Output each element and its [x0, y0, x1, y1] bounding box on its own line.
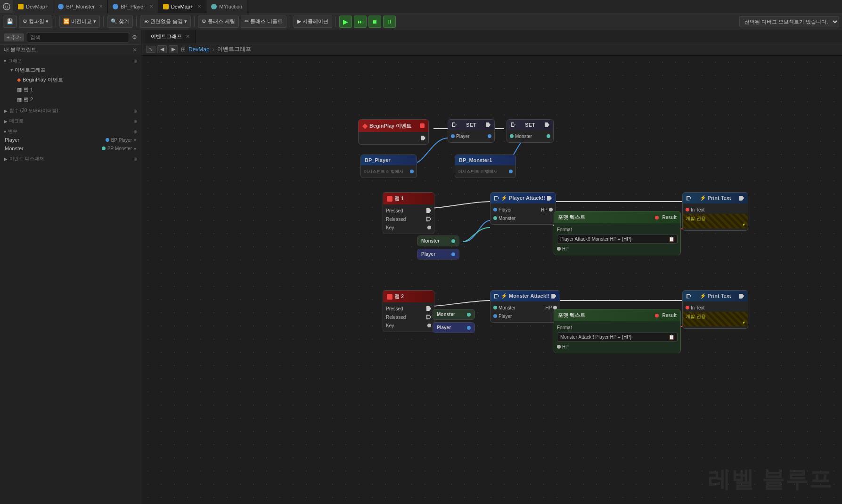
node-print-text-1[interactable]: ⚡ Print Text In Text 개발 전용 ▾ — [682, 192, 748, 231]
stop-icon: ⏹ — [372, 19, 377, 24]
compile-button[interactable]: ⚙ 컴파일 ▾ — [19, 16, 52, 28]
settings-gear-icon[interactable]: ⚙ — [132, 34, 137, 41]
close-panel-icon[interactable]: ✕ — [132, 47, 137, 53]
tab-bp-player[interactable]: BP_Player ✕ — [108, 0, 158, 13]
breadcrumb-separator: › — [213, 46, 214, 53]
node-input-1[interactable]: 맵 1 Pressed Released Key — [383, 192, 434, 234]
step-button[interactable]: ⏭ — [354, 16, 367, 28]
bp-tab-event-graph[interactable]: 이벤트그래프 ✕ — [145, 30, 196, 43]
sidebar-item-begin-play[interactable]: ◆ BeginPlay 이벤트 — [0, 75, 141, 85]
pa-hp-out — [549, 208, 553, 211]
svg-text:U: U — [5, 5, 8, 9]
variable-monster-type: BP Monster — [107, 146, 132, 151]
pressed-2-exec — [426, 306, 431, 311]
simulate-button[interactable]: ▶ 시뮬레이션 — [294, 16, 332, 28]
node-monster-var-2[interactable]: Monster — [433, 309, 475, 320]
search-input[interactable] — [27, 32, 129, 42]
toolbar-right: 선택된 디버그 오브젝트가 없습니다. — [739, 16, 839, 27]
pin-format1-hp: HP — [557, 246, 569, 252]
exec-pin-shape — [421, 136, 425, 140]
close-tab-bp-monster[interactable]: ✕ — [99, 4, 103, 9]
find-button[interactable]: 🔍 찾기 — [107, 16, 133, 28]
node-bp-player-title: BP_Player — [365, 157, 390, 163]
breadcrumb-map[interactable]: DevMap — [188, 46, 210, 53]
node-set-player[interactable]: SET Player — [448, 119, 495, 143]
format2-copy-icon[interactable]: 📋 — [669, 334, 674, 340]
sidebar-item-map1[interactable]: ▦ 맵 1 — [0, 85, 141, 95]
node-set-monster[interactable]: SET Monster — [507, 119, 554, 143]
hide-unrelated-button[interactable]: 👁 관련없음 숨김 ▾ — [140, 16, 191, 28]
chevron-down-icon: ▾ — [46, 18, 49, 24]
dev-only-2-label: 개발 전용 — [686, 314, 706, 319]
dev-only-1-label: 개발 전용 — [686, 216, 706, 221]
chevron-events-icon: ▶ — [4, 156, 8, 162]
node-print-text-2[interactable]: ⚡ Print Text In Text 개발 전용 ▾ — [682, 290, 748, 329]
dev-only-2-arrow: ▾ — [686, 320, 745, 325]
variable-monster[interactable]: Monster BP Monster ▾ — [0, 144, 141, 153]
add-variable-icon[interactable]: ⊕ — [133, 129, 137, 134]
class-defaults-button[interactable]: ✏ 클래스 디폴트 — [241, 16, 286, 28]
settings-icon: ⚙ — [202, 18, 206, 24]
format1-format-label: Format — [557, 227, 572, 232]
node-input1-header: 맵 1 — [383, 193, 434, 204]
save-icon: 💾 — [7, 18, 13, 24]
pa-player-label: Player — [499, 207, 512, 212]
tab-devmap-1[interactable]: DevMap+ — [13, 0, 53, 13]
close-tab-devmap[interactable]: ✕ — [197, 4, 201, 9]
nav-expand-button[interactable]: ⤡ — [146, 46, 155, 53]
add-graph-icon[interactable]: ⊕ — [133, 58, 137, 64]
tab-devmap-active[interactable]: DevMap+ ✕ — [158, 0, 206, 13]
add-button[interactable]: + 추가 — [4, 33, 24, 41]
node-bp-player-header: BP_Player — [361, 155, 417, 165]
node-player-var-1-header: Player — [417, 249, 459, 259]
node-title: BeginPlay 이벤트 — [369, 122, 411, 130]
save-button[interactable]: 💾 — [3, 16, 17, 28]
nav-back-button[interactable]: ◀ — [157, 45, 167, 53]
nav-forward-button[interactable]: ▶ — [169, 45, 178, 53]
format1-copy-icon[interactable]: 📋 — [669, 236, 674, 242]
node-monster-var-1[interactable]: Monster — [417, 236, 459, 246]
node-player-attack[interactable]: ⚡ Player Attack!! Player HP — [490, 192, 556, 225]
node-player-var-1[interactable]: Player — [417, 249, 459, 260]
add-macro-icon[interactable]: ⊕ — [133, 119, 137, 124]
node-player-var-2[interactable]: Player — [433, 322, 475, 333]
node-format-text-1[interactable]: 포맷 텍스트 Result Format Player Attack!! Mon… — [554, 211, 681, 255]
node-format2-title: 포맷 텍스트 — [558, 312, 585, 319]
add-event-icon[interactable]: ⊕ — [133, 156, 137, 162]
node-begin-play[interactable]: ◆ BeginPlay 이벤트 — [358, 119, 429, 145]
sidebar-item-label: 이벤트그래프 — [15, 66, 46, 73]
print1-intext-label: In Text — [691, 207, 704, 212]
pause-icon: ⏸ — [387, 19, 392, 24]
released-2-label: Released — [386, 315, 406, 320]
pin-player-in: Player — [451, 134, 469, 139]
diff-button[interactable]: 🔀 버전비교 ▾ — [59, 16, 100, 28]
tab-myfuction[interactable]: MYfuction — [206, 0, 247, 13]
tab-bp-monster[interactable]: BP_Monster ✕ — [53, 0, 108, 13]
sidebar-item-map2[interactable]: ▦ 맵 2 — [0, 95, 141, 105]
class-settings-button[interactable]: ⚙ 클래스 세팅 — [198, 16, 239, 28]
node-print1-body: In Text 개발 전용 ▾ — [683, 203, 748, 230]
exec-out-pin-2 — [545, 122, 549, 127]
node-monster-attack[interactable]: ⚡ Monster Attack!! Monster HP — [490, 290, 560, 323]
node-input-2[interactable]: 맵 2 Pressed Released Key — [383, 290, 434, 332]
canvas-area[interactable]: ◆ BeginPlay 이벤트 — [141, 56, 842, 504]
close-bp-tab-icon[interactable]: ✕ — [186, 33, 190, 40]
close-tab-bp-player[interactable]: ✕ — [149, 4, 153, 9]
play-button[interactable]: ▶ — [339, 16, 352, 28]
node-bp-monster1[interactable]: BP_Monster1 퍼시스턴트 레벨에서 — [455, 154, 516, 178]
chevron-func-icon: ▶ — [4, 108, 8, 114]
add-function-icon[interactable]: ⊕ — [133, 108, 137, 114]
hide-icon: 👁 — [144, 19, 149, 24]
pause-button[interactable]: ⏸ — [383, 16, 396, 28]
node-input2-title: 맵 2 — [394, 293, 404, 300]
sidebar-item-event-graph[interactable]: ▾ 이벤트그래프 — [0, 65, 141, 75]
variable-monster-dot — [102, 146, 106, 150]
node-format-text-2[interactable]: 포맷 텍스트 Result Format Monster Attack!! Pl… — [554, 309, 681, 353]
pin-row-key-1: Key — [383, 223, 434, 232]
stop-button[interactable]: ⏹ — [368, 16, 381, 28]
node-bp-player[interactable]: BP_Player 퍼시스턴트 레벨에서 — [360, 154, 417, 178]
player-pin-circle — [451, 134, 455, 138]
sidebar-section-variables: ▾ 변수 ⊕ — [0, 127, 141, 136]
variable-player[interactable]: Player BP Player ▾ — [0, 136, 141, 144]
debug-object-select[interactable]: 선택된 디버그 오브젝트가 없습니다. — [739, 16, 839, 27]
